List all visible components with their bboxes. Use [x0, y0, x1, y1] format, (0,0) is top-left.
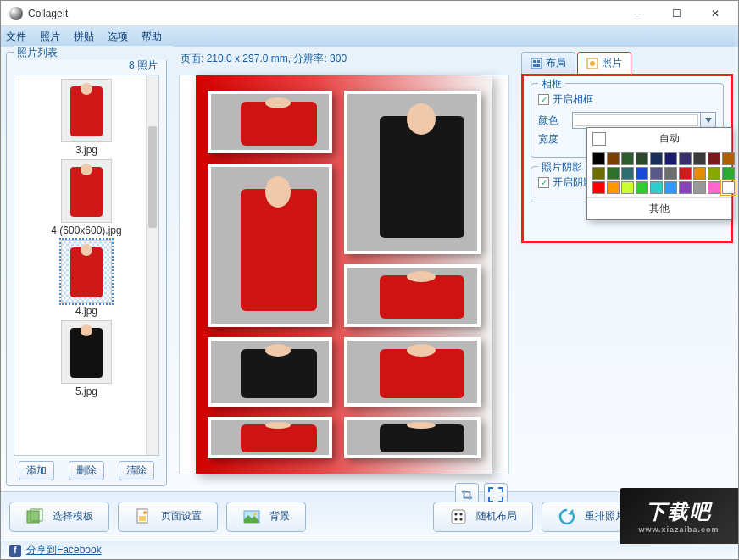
- thumbnail-list[interactable]: 3.jpg4 (600x600).jpg4.jpg5.jpg: [14, 75, 159, 456]
- scrollbar-vertical[interactable]: [146, 75, 158, 455]
- scrollbar-thumb[interactable]: [148, 126, 157, 228]
- thumbnail-item[interactable]: 5.jpg: [14, 320, 158, 397]
- color-field[interactable]: [572, 112, 716, 129]
- share-facebook-link[interactable]: 分享到Facebook: [26, 543, 102, 557]
- collage-cell[interactable]: [208, 91, 332, 153]
- width-label: 宽度: [538, 132, 567, 147]
- color-label: 颜色: [538, 114, 567, 128]
- color-swatch-option[interactable]: [664, 167, 677, 180]
- collage-cell[interactable]: [208, 417, 332, 458]
- color-swatch-option[interactable]: [722, 167, 735, 180]
- menu-collage[interactable]: 拼贴: [74, 30, 94, 44]
- menu-photo[interactable]: 照片: [40, 30, 60, 44]
- color-swatch-option[interactable]: [650, 152, 663, 165]
- thumbnail-item[interactable]: 4.jpg: [14, 240, 158, 317]
- maximize-button[interactable]: ☐: [657, 1, 696, 26]
- color-swatch-option[interactable]: [592, 167, 605, 180]
- menu-options[interactable]: 选项: [108, 30, 128, 44]
- thumbnail-image: [61, 79, 112, 142]
- color-swatch-option[interactable]: [650, 167, 663, 180]
- collage-photo: [347, 268, 477, 324]
- delete-button[interactable]: 删除: [69, 461, 104, 480]
- color-swatch-option[interactable]: [693, 167, 706, 180]
- color-swatch-option[interactable]: [679, 167, 692, 180]
- color-swatch-option[interactable]: [722, 181, 735, 194]
- color-swatch-option[interactable]: [708, 152, 720, 165]
- color-picker-popup: 自动 其他: [586, 127, 732, 220]
- random-layout-button[interactable]: 随机布局: [433, 502, 533, 532]
- tab-layout[interactable]: 布局: [521, 52, 575, 74]
- color-swatch-option[interactable]: [636, 167, 648, 180]
- close-button[interactable]: ✕: [696, 1, 735, 26]
- clear-button[interactable]: 清除: [119, 461, 154, 480]
- export-button[interactable]: 输出: [650, 502, 730, 532]
- thumbnail-image: [61, 159, 112, 223]
- collage-photo: [347, 94, 477, 251]
- svg-point-16: [454, 518, 457, 520]
- svg-point-5: [590, 61, 595, 66]
- page-setup-button[interactable]: 页面设置: [118, 502, 218, 532]
- collage-cell[interactable]: [344, 417, 481, 458]
- color-swatch-option[interactable]: [607, 152, 620, 165]
- dice-icon: [449, 507, 468, 526]
- color-swatch: [575, 114, 698, 126]
- collage-photo: [211, 167, 329, 324]
- auto-color-row[interactable]: 自动: [587, 128, 731, 149]
- svg-rect-3: [533, 64, 540, 67]
- color-swatch-option[interactable]: [693, 152, 706, 165]
- template-icon: [25, 507, 44, 526]
- select-template-button[interactable]: 选择模板: [9, 502, 109, 532]
- color-swatch-option[interactable]: [708, 181, 720, 194]
- svg-point-12: [253, 513, 257, 516]
- menu-file[interactable]: 文件: [6, 30, 26, 44]
- collage-cell[interactable]: [344, 337, 481, 407]
- menubar: 文件 照片 拼贴 选项 帮助: [1, 26, 738, 47]
- color-swatch-option[interactable]: [679, 181, 692, 194]
- enable-frame-checkbox[interactable]: ✓: [538, 94, 549, 105]
- svg-point-10: [143, 511, 147, 514]
- background-icon: [242, 507, 261, 526]
- collage-cell[interactable]: [208, 164, 332, 327]
- color-swatch-option[interactable]: [621, 167, 634, 180]
- page-info-label: 页面: 210.0 x 297.0 mm, 分辨率: 300: [172, 47, 516, 71]
- thumbnail-item[interactable]: 3.jpg: [14, 79, 158, 156]
- color-swatch-option[interactable]: [607, 167, 620, 180]
- tab-photo[interactable]: 照片: [577, 52, 631, 74]
- color-swatch-option[interactable]: [592, 181, 605, 194]
- enable-shadow-checkbox[interactable]: ✓: [538, 177, 549, 188]
- minimize-button[interactable]: ─: [618, 1, 657, 26]
- canvas[interactable]: [179, 75, 509, 474]
- color-swatch-option[interactable]: [708, 167, 720, 180]
- titlebar: CollageIt ─ ☐ ✕: [1, 1, 738, 26]
- collage-photo: [347, 420, 477, 455]
- color-swatch-option[interactable]: [621, 181, 634, 194]
- color-swatch-option[interactable]: [679, 152, 692, 165]
- color-swatch-option[interactable]: [636, 152, 648, 165]
- thumbnail-image: [61, 240, 112, 303]
- rearrange-button[interactable]: 重排照片: [542, 502, 642, 532]
- collage-cell[interactable]: [208, 337, 332, 407]
- page-icon: [134, 507, 153, 526]
- color-swatch-option[interactable]: [664, 181, 677, 194]
- add-button[interactable]: 添加: [19, 461, 54, 480]
- color-dropdown-button[interactable]: [700, 113, 715, 128]
- color-swatch-option[interactable]: [693, 181, 706, 194]
- background-button[interactable]: 背景: [226, 502, 306, 532]
- enable-frame-label: 开启相框: [553, 92, 593, 107]
- color-swatch-option[interactable]: [650, 181, 663, 194]
- other-colors-button[interactable]: 其他: [587, 197, 731, 219]
- menu-help[interactable]: 帮助: [142, 30, 162, 44]
- color-swatch-option[interactable]: [621, 152, 634, 165]
- collage-cell[interactable]: [344, 264, 481, 327]
- color-swatch-option[interactable]: [722, 152, 735, 165]
- thumbnail-item[interactable]: 4 (600x600).jpg: [14, 159, 158, 236]
- photo-settings-panel: 相框 ✓ 开启相框 颜色 宽度: [521, 74, 733, 243]
- photo-list-panel: 照片列表 8 照片 3.jpg4 (600x600).jpg4.jpg5.jpg…: [6, 52, 167, 486]
- color-swatch-option[interactable]: [607, 181, 620, 194]
- collage-cell[interactable]: [344, 91, 481, 254]
- thumbnail-label: 4 (600x600).jpg: [14, 225, 158, 236]
- color-swatch-option[interactable]: [592, 152, 605, 165]
- color-swatch-option[interactable]: [664, 152, 677, 165]
- svg-point-14: [454, 513, 457, 515]
- color-swatch-option[interactable]: [636, 181, 648, 194]
